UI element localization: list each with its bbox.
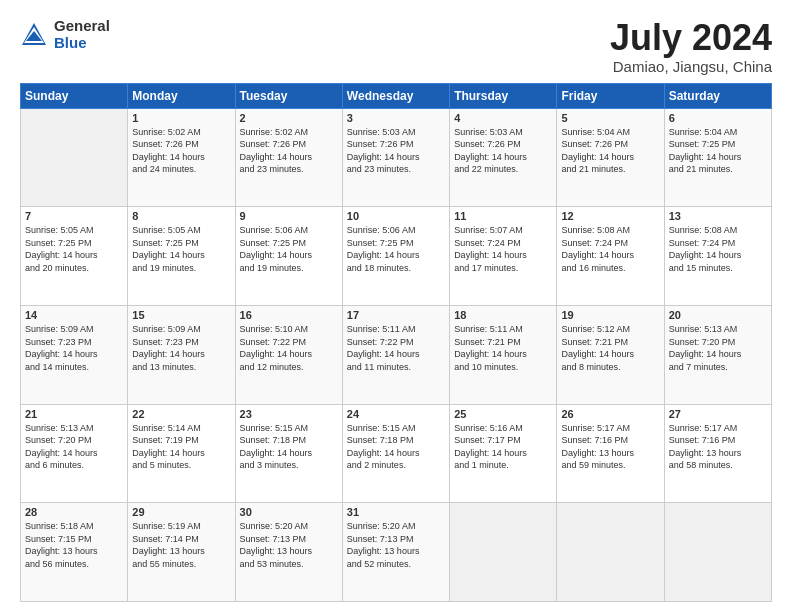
day-info: Sunrise: 5:02 AMSunset: 7:26 PMDaylight:… [132,126,230,176]
day-info: Sunrise: 5:16 AMSunset: 7:17 PMDaylight:… [454,422,552,472]
day-number: 23 [240,408,338,420]
day-number: 31 [347,506,445,518]
day-number: 25 [454,408,552,420]
header: General Blue July 2024 Damiao, Jiangsu, … [20,18,772,75]
day-info: Sunrise: 5:20 AMSunset: 7:13 PMDaylight:… [347,520,445,570]
calendar-cell: 11Sunrise: 5:07 AMSunset: 7:24 PMDayligh… [450,207,557,306]
day-info: Sunrise: 5:10 AMSunset: 7:22 PMDaylight:… [240,323,338,373]
day-number: 10 [347,210,445,222]
weekday-header-monday: Monday [128,83,235,108]
day-info: Sunrise: 5:08 AMSunset: 7:24 PMDaylight:… [561,224,659,274]
calendar-cell: 12Sunrise: 5:08 AMSunset: 7:24 PMDayligh… [557,207,664,306]
day-number: 19 [561,309,659,321]
calendar-body: 1Sunrise: 5:02 AMSunset: 7:26 PMDaylight… [21,108,772,601]
calendar-cell: 2Sunrise: 5:02 AMSunset: 7:26 PMDaylight… [235,108,342,207]
calendar-cell: 8Sunrise: 5:05 AMSunset: 7:25 PMDaylight… [128,207,235,306]
day-info: Sunrise: 5:14 AMSunset: 7:19 PMDaylight:… [132,422,230,472]
calendar-cell: 22Sunrise: 5:14 AMSunset: 7:19 PMDayligh… [128,404,235,503]
logo: General Blue [20,18,110,51]
calendar-cell: 18Sunrise: 5:11 AMSunset: 7:21 PMDayligh… [450,305,557,404]
calendar-cell [557,503,664,602]
day-number: 11 [454,210,552,222]
day-number: 9 [240,210,338,222]
day-number: 4 [454,112,552,124]
day-number: 21 [25,408,123,420]
calendar-cell: 25Sunrise: 5:16 AMSunset: 7:17 PMDayligh… [450,404,557,503]
weekday-header-wednesday: Wednesday [342,83,449,108]
week-row-1: 1Sunrise: 5:02 AMSunset: 7:26 PMDaylight… [21,108,772,207]
day-info: Sunrise: 5:15 AMSunset: 7:18 PMDaylight:… [240,422,338,472]
calendar-cell: 4Sunrise: 5:03 AMSunset: 7:26 PMDaylight… [450,108,557,207]
day-info: Sunrise: 5:02 AMSunset: 7:26 PMDaylight:… [240,126,338,176]
day-info: Sunrise: 5:12 AMSunset: 7:21 PMDaylight:… [561,323,659,373]
day-number: 13 [669,210,767,222]
day-number: 1 [132,112,230,124]
title-area: July 2024 Damiao, Jiangsu, China [610,18,772,75]
day-number: 3 [347,112,445,124]
day-info: Sunrise: 5:09 AMSunset: 7:23 PMDaylight:… [25,323,123,373]
day-info: Sunrise: 5:04 AMSunset: 7:25 PMDaylight:… [669,126,767,176]
day-info: Sunrise: 5:17 AMSunset: 7:16 PMDaylight:… [669,422,767,472]
calendar-cell: 3Sunrise: 5:03 AMSunset: 7:26 PMDaylight… [342,108,449,207]
day-number: 24 [347,408,445,420]
day-number: 8 [132,210,230,222]
calendar-cell: 15Sunrise: 5:09 AMSunset: 7:23 PMDayligh… [128,305,235,404]
calendar-cell [21,108,128,207]
day-number: 12 [561,210,659,222]
day-number: 22 [132,408,230,420]
day-info: Sunrise: 5:18 AMSunset: 7:15 PMDaylight:… [25,520,123,570]
day-info: Sunrise: 5:03 AMSunset: 7:26 PMDaylight:… [347,126,445,176]
week-row-4: 21Sunrise: 5:13 AMSunset: 7:20 PMDayligh… [21,404,772,503]
day-info: Sunrise: 5:09 AMSunset: 7:23 PMDaylight:… [132,323,230,373]
weekday-row: SundayMondayTuesdayWednesdayThursdayFrid… [21,83,772,108]
calendar-cell [450,503,557,602]
day-info: Sunrise: 5:17 AMSunset: 7:16 PMDaylight:… [561,422,659,472]
day-info: Sunrise: 5:20 AMSunset: 7:13 PMDaylight:… [240,520,338,570]
day-info: Sunrise: 5:11 AMSunset: 7:22 PMDaylight:… [347,323,445,373]
logo-icon [20,21,48,49]
day-info: Sunrise: 5:11 AMSunset: 7:21 PMDaylight:… [454,323,552,373]
subtitle: Damiao, Jiangsu, China [610,58,772,75]
week-row-3: 14Sunrise: 5:09 AMSunset: 7:23 PMDayligh… [21,305,772,404]
day-number: 17 [347,309,445,321]
calendar-cell: 28Sunrise: 5:18 AMSunset: 7:15 PMDayligh… [21,503,128,602]
day-info: Sunrise: 5:03 AMSunset: 7:26 PMDaylight:… [454,126,552,176]
day-number: 5 [561,112,659,124]
calendar-cell: 9Sunrise: 5:06 AMSunset: 7:25 PMDaylight… [235,207,342,306]
calendar-cell: 5Sunrise: 5:04 AMSunset: 7:26 PMDaylight… [557,108,664,207]
calendar-cell: 19Sunrise: 5:12 AMSunset: 7:21 PMDayligh… [557,305,664,404]
calendar-cell: 1Sunrise: 5:02 AMSunset: 7:26 PMDaylight… [128,108,235,207]
calendar-header: SundayMondayTuesdayWednesdayThursdayFrid… [21,83,772,108]
day-number: 18 [454,309,552,321]
calendar-cell: 21Sunrise: 5:13 AMSunset: 7:20 PMDayligh… [21,404,128,503]
weekday-header-sunday: Sunday [21,83,128,108]
calendar-cell: 24Sunrise: 5:15 AMSunset: 7:18 PMDayligh… [342,404,449,503]
day-info: Sunrise: 5:13 AMSunset: 7:20 PMDaylight:… [25,422,123,472]
day-info: Sunrise: 5:15 AMSunset: 7:18 PMDaylight:… [347,422,445,472]
calendar-cell: 20Sunrise: 5:13 AMSunset: 7:20 PMDayligh… [664,305,771,404]
day-info: Sunrise: 5:05 AMSunset: 7:25 PMDaylight:… [132,224,230,274]
calendar: SundayMondayTuesdayWednesdayThursdayFrid… [20,83,772,602]
weekday-header-saturday: Saturday [664,83,771,108]
day-number: 26 [561,408,659,420]
calendar-cell: 13Sunrise: 5:08 AMSunset: 7:24 PMDayligh… [664,207,771,306]
calendar-cell [664,503,771,602]
day-number: 30 [240,506,338,518]
weekday-header-tuesday: Tuesday [235,83,342,108]
day-info: Sunrise: 5:19 AMSunset: 7:14 PMDaylight:… [132,520,230,570]
day-info: Sunrise: 5:05 AMSunset: 7:25 PMDaylight:… [25,224,123,274]
calendar-cell: 10Sunrise: 5:06 AMSunset: 7:25 PMDayligh… [342,207,449,306]
calendar-cell: 7Sunrise: 5:05 AMSunset: 7:25 PMDaylight… [21,207,128,306]
day-info: Sunrise: 5:13 AMSunset: 7:20 PMDaylight:… [669,323,767,373]
day-info: Sunrise: 5:04 AMSunset: 7:26 PMDaylight:… [561,126,659,176]
calendar-cell: 23Sunrise: 5:15 AMSunset: 7:18 PMDayligh… [235,404,342,503]
main-title: July 2024 [610,18,772,58]
day-number: 20 [669,309,767,321]
day-number: 28 [25,506,123,518]
day-number: 27 [669,408,767,420]
calendar-cell: 6Sunrise: 5:04 AMSunset: 7:25 PMDaylight… [664,108,771,207]
logo-blue-text: Blue [54,35,110,52]
calendar-cell: 27Sunrise: 5:17 AMSunset: 7:16 PMDayligh… [664,404,771,503]
day-number: 14 [25,309,123,321]
calendar-cell: 17Sunrise: 5:11 AMSunset: 7:22 PMDayligh… [342,305,449,404]
